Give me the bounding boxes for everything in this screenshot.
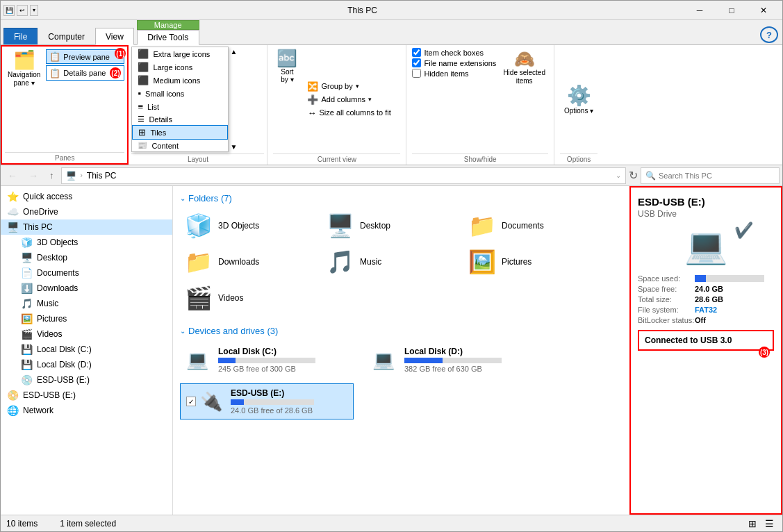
current-view-items: 🔤 Sortby ▾ 🔀 Group by ▾ ➕ Add columns ▾ bbox=[273, 47, 400, 152]
ribbon-layout-section: ⬛ Extra large icons ⬛ Large icons ⬛ Medi… bbox=[129, 45, 267, 165]
help-btn[interactable]: ? bbox=[760, 26, 778, 43]
folder-pictures[interactable]: 🖼️ Pictures bbox=[463, 245, 602, 279]
add-columns-button[interactable]: ➕ Add columns ▾ bbox=[305, 94, 393, 106]
this-pc-icon: 🖥️ bbox=[6, 222, 19, 233]
sidebar-item-network[interactable]: 🌐 Network bbox=[1, 403, 172, 418]
path-label: This PC bbox=[87, 171, 117, 181]
navigation-pane-button[interactable]: 🗂️ Navigationpane ▾ bbox=[5, 48, 43, 89]
sidebar-item-videos[interactable]: 🎬 Videos bbox=[1, 326, 172, 342]
group-by-button[interactable]: 🔀 Group by ▾ bbox=[305, 81, 393, 92]
usb-checkbox-icon[interactable]: ✓ bbox=[186, 397, 196, 406]
up-button[interactable]: ↑ bbox=[45, 168, 58, 183]
details-item[interactable]: ☰ Details bbox=[132, 113, 228, 125]
quick-access-icon[interactable]: 💾 bbox=[3, 5, 15, 16]
sidebar-item-onedrive[interactable]: ☁️ OneDrive bbox=[1, 204, 172, 219]
tab-computer[interactable]: Computer bbox=[38, 28, 95, 44]
layout-scroll-down[interactable]: ▼ bbox=[230, 143, 237, 151]
drive-local-d[interactable]: 💻 Local Disk (D:) 382 GB free of 630 GB bbox=[366, 342, 547, 378]
search-icon: 🔍 bbox=[645, 171, 656, 181]
sidebar-item-desktop[interactable]: 🖥️ Desktop bbox=[1, 250, 172, 265]
preview-pane-button[interactable]: 📋 Preview pane bbox=[46, 49, 124, 64]
folder-downloads[interactable]: 📁 Downloads bbox=[180, 245, 319, 279]
size-columns-button[interactable]: ↔️ Size all columns to fit bbox=[305, 107, 393, 119]
view-details-button[interactable]: ☰ bbox=[762, 517, 777, 531]
tiles-item[interactable]: ⊞ Tiles bbox=[132, 125, 228, 140]
folder-documents-label: Documents bbox=[502, 221, 544, 231]
folder-music[interactable]: 🎵 Music bbox=[322, 245, 461, 279]
medium-icons-item[interactable]: ⬛ Medium icons bbox=[132, 74, 228, 87]
drive-local-c[interactable]: 💻 Local Disk (C:) 245 GB free of 300 GB bbox=[180, 342, 361, 378]
folder-pictures-icon: 🖼️ bbox=[468, 249, 496, 275]
small-icons-item[interactable]: ▪️ Small icons bbox=[132, 87, 228, 100]
ribbon-options-section: ⚙️ Options ▾ Options bbox=[554, 45, 603, 165]
folder-videos[interactable]: 🎬 Videos bbox=[180, 281, 319, 315]
sort-by-button[interactable]: 🔤 Sortby ▾ bbox=[273, 47, 301, 152]
details-pane-button[interactable]: 📋 Details pane (2) bbox=[46, 65, 124, 81]
hidden-items-toggle[interactable]: Hidden items bbox=[412, 69, 496, 78]
sidebar-item-local-d[interactable]: 💾 Local Disk (D:) bbox=[1, 357, 172, 372]
folder-music-label: Music bbox=[360, 257, 381, 267]
close-button[interactable]: ✕ bbox=[748, 1, 780, 20]
search-box[interactable]: 🔍 bbox=[641, 167, 780, 184]
back-button[interactable]: ← bbox=[3, 168, 22, 183]
total-size-label: Total size: bbox=[638, 295, 695, 304]
layout-scroll: ▲ ▼ bbox=[230, 47, 237, 152]
sidebar-item-esd-usb-e2[interactable]: 📀 ESD-USB (E:) bbox=[1, 388, 172, 403]
sidebar-item-this-pc[interactable]: 🖥️ This PC bbox=[1, 219, 172, 235]
preview-pane-title: ESD-USB (E:) bbox=[638, 196, 774, 208]
tab-file[interactable]: File bbox=[3, 28, 38, 44]
sidebar-item-local-c[interactable]: 💾 Local Disk (C:) bbox=[1, 342, 172, 357]
3d-objects-label: 3D Objects bbox=[37, 238, 78, 247]
file-name-extensions-toggle[interactable]: File name extensions bbox=[412, 58, 496, 67]
hide-selected-items-button[interactable]: 🙈 Hide selected items bbox=[500, 48, 548, 87]
search-input[interactable] bbox=[659, 172, 775, 180]
undo-icon[interactable]: ↩ bbox=[17, 5, 28, 16]
sidebar-item-pictures[interactable]: 🖼️ Pictures bbox=[1, 311, 172, 326]
esd-usb-e2-label: ESD-USB (E:) bbox=[23, 390, 76, 400]
tab-drive-tools[interactable]: Drive Tools bbox=[137, 30, 199, 45]
bitlocker-label: BitLocker status: bbox=[638, 316, 695, 324]
window: 💾 ↩ ▾ This PC ─ □ ✕ File Computer View M… bbox=[0, 0, 783, 532]
large-icons-item[interactable]: ⬛ Large icons bbox=[132, 60, 228, 74]
drop-arrow-icon[interactable]: ▾ bbox=[30, 5, 38, 16]
view-icons-button[interactable]: ⊞ bbox=[745, 517, 759, 531]
space-used-row: Space used: bbox=[638, 274, 774, 283]
esd-usb-info: ESD-USB (E:) 24.0 GB free of 28.6 GB bbox=[231, 388, 314, 415]
sidebar-item-music[interactable]: 🎵 Music bbox=[1, 296, 172, 311]
extra-large-icons-item[interactable]: ⬛ Extra large icons bbox=[132, 47, 228, 60]
item-check-boxes-toggle[interactable]: Item check boxes bbox=[412, 48, 496, 57]
folder-desktop[interactable]: 🖥️ Desktop bbox=[322, 209, 461, 242]
address-path-box[interactable]: 🖥️ › This PC ⌄ bbox=[61, 167, 627, 184]
layout-scroll-up[interactable]: ▲ bbox=[230, 48, 237, 56]
downloads-label: Downloads bbox=[37, 283, 78, 293]
folders-section-header[interactable]: ⌄ Folders (7) bbox=[180, 193, 623, 203]
minimize-button[interactable]: ─ bbox=[684, 1, 716, 20]
folder-3d-objects[interactable]: 🧊 3D Objects bbox=[180, 209, 319, 242]
status-items-count: 10 items bbox=[6, 519, 38, 529]
bitlocker-row: BitLocker status: Off bbox=[638, 316, 774, 324]
layout-label: Layout bbox=[131, 153, 264, 163]
devices-section-header[interactable]: ⌄ Devices and drives (3) bbox=[180, 326, 623, 336]
show-hide-items: Item check boxes File name extensions Hi… bbox=[412, 47, 548, 152]
sidebar-item-downloads[interactable]: ⬇️ Downloads bbox=[1, 281, 172, 296]
local-d-bar bbox=[404, 358, 443, 363]
sidebar-item-documents[interactable]: 📄 Documents bbox=[1, 265, 172, 281]
sidebar-item-esd-usb-e[interactable]: 💿 ESD-USB (E:) bbox=[1, 372, 172, 388]
preview-pane: ESD-USB (E:) USB Drive 💻 ✔️ Space used: … bbox=[629, 186, 782, 515]
maximize-button[interactable]: □ bbox=[716, 1, 748, 20]
preview-details: Space used: Space free: 24.0 GB Total si… bbox=[638, 274, 774, 324]
sidebar-item-quick-access[interactable]: ⭐ Quick access bbox=[1, 189, 172, 204]
folder-documents[interactable]: 📁 Documents bbox=[463, 209, 602, 242]
current-view-col: 🔀 Group by ▾ ➕ Add columns ▾ ↔️ Size all… bbox=[305, 47, 393, 152]
tab-view[interactable]: View bbox=[95, 28, 134, 45]
local-d-bar-container bbox=[404, 358, 502, 363]
refresh-button[interactable]: ↻ bbox=[629, 169, 638, 182]
drive-esd-usb[interactable]: ✓ 🔌 ESD-USB (E:) 24.0 GB free of 28.6 GB bbox=[180, 383, 354, 419]
list-item[interactable]: ≡ List bbox=[132, 100, 228, 113]
forward-button[interactable]: → bbox=[24, 168, 42, 183]
drives-grid: 💻 Local Disk (C:) 245 GB free of 300 GB … bbox=[180, 342, 623, 419]
content-item[interactable]: 📰 Content bbox=[132, 140, 228, 151]
sidebar-item-3d-objects[interactable]: 🧊 3D Objects bbox=[1, 235, 172, 250]
options-button[interactable]: ⚙️ Options ▾ bbox=[560, 83, 597, 116]
downloads-icon: ⬇️ bbox=[20, 283, 33, 294]
